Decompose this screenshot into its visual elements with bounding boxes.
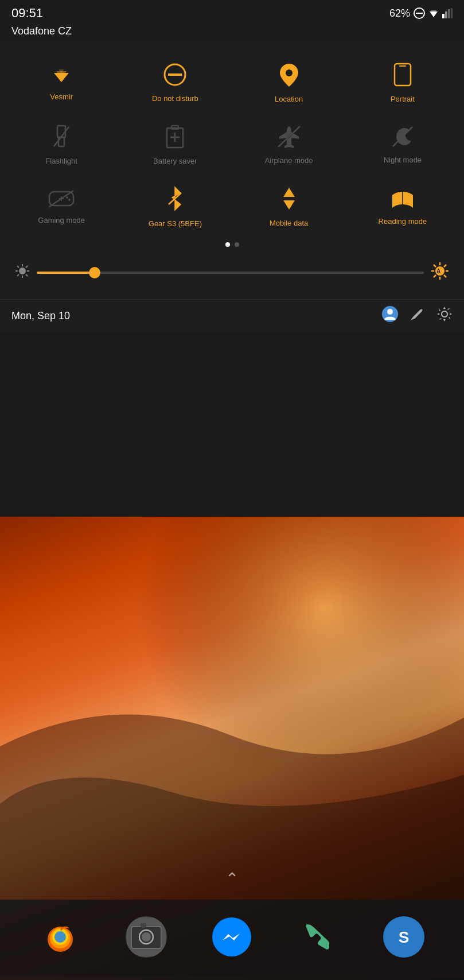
svg-line-28: [49, 191, 73, 207]
reading-mode-icon: [390, 188, 415, 212]
settings-icon[interactable]: [436, 306, 453, 326]
brightness-thumb: [89, 267, 100, 278]
bottom-bar: Mon, Sep 10: [0, 299, 464, 332]
dock-app-camera[interactable]: [126, 916, 167, 958]
svg-point-10: [286, 69, 293, 76]
brightness-row: A: [6, 257, 458, 293]
svg-point-64: [142, 932, 151, 942]
svg-line-49: [434, 275, 436, 277]
svg-point-54: [442, 311, 447, 317]
status-right: 62%: [389, 7, 453, 20]
flashlight-icon: [53, 125, 70, 152]
tile-portrait[interactable]: Portrait: [347, 53, 458, 111]
dock-app-firefox[interactable]: [40, 916, 81, 958]
svg-rect-5: [445, 11, 447, 18]
date-display: Mon, Sep 10: [11, 310, 70, 322]
pagination-dots: [6, 242, 458, 247]
tile-reading-mode[interactable]: Reading mode: [347, 177, 458, 235]
night-mode-icon: [392, 126, 414, 151]
battery-percentage: 62%: [389, 7, 410, 20]
svg-line-38: [26, 274, 28, 276]
carrier-name: Vodafone CZ: [11, 25, 72, 37]
tile-gear-s3[interactable]: Gear S3 (5BFE): [119, 177, 231, 235]
svg-point-60: [54, 931, 66, 943]
user-icon[interactable]: [381, 305, 399, 327]
tile-gear-s3-label: Gear S3 (5BFE): [149, 219, 202, 228]
svg-line-47: [444, 275, 446, 277]
svg-line-39: [26, 266, 28, 268]
svg-line-46: [434, 265, 436, 267]
tile-airplane-mode[interactable]: Airplane mode: [233, 115, 345, 173]
svg-point-26: [66, 196, 68, 199]
tile-gaming-mode[interactable]: Gaming mode: [6, 177, 117, 235]
status-time: 09:51: [11, 6, 43, 21]
location-icon: [279, 63, 299, 90]
tile-battery-saver[interactable]: Battery saver: [119, 115, 231, 173]
dnd-icon: [163, 63, 186, 90]
svg-text:S: S: [399, 928, 410, 946]
tile-vesmir[interactable]: Vesmir: [6, 53, 117, 111]
gaming-icon: [48, 189, 75, 211]
svg-rect-1: [416, 13, 423, 14]
edit-icon[interactable]: [410, 307, 425, 326]
home-indicator: ⌃: [0, 869, 464, 888]
quick-settings-panel: Vesmir Do not disturb Location: [0, 42, 464, 299]
brightness-fill: [37, 272, 95, 274]
tile-gaming-label: Gaming mode: [38, 216, 85, 225]
brightness-slider[interactable]: [37, 272, 424, 274]
tile-flashlight[interactable]: Flashlight: [6, 115, 117, 173]
tile-dnd-label: Do not disturb: [152, 94, 198, 103]
tile-mobile-data-label: Mobile data: [270, 219, 308, 228]
tile-mobile-data[interactable]: Mobile data: [233, 177, 345, 235]
svg-point-67: [298, 917, 337, 956]
battery-saver-icon: [166, 125, 184, 152]
tiles-row-1: Vesmir Do not disturb Location: [6, 53, 458, 111]
tiles-row-2: Flashlight Battery saver: [6, 115, 458, 173]
status-bar: 09:51 62%: [0, 0, 464, 24]
tile-location-label: Location: [275, 95, 303, 104]
app-dock: S: [0, 900, 464, 980]
brightness-low-icon: [15, 264, 30, 282]
svg-text:A: A: [436, 268, 440, 274]
tile-portrait-label: Portrait: [391, 95, 415, 104]
tile-location[interactable]: Location: [233, 53, 345, 111]
dock-app-phone[interactable]: [297, 916, 338, 958]
svg-rect-12: [399, 65, 406, 67]
tile-reading-mode-label: Reading mode: [379, 217, 427, 226]
svg-rect-7: [451, 8, 453, 18]
wifi-icon: [50, 65, 73, 88]
brightness-auto-icon: A: [431, 262, 449, 284]
svg-marker-31: [283, 200, 295, 210]
carrier-row: Vodafone CZ: [0, 24, 464, 42]
tile-battery-saver-label: Battery saver: [153, 157, 197, 166]
svg-marker-30: [283, 188, 295, 197]
dnd-status-icon: [414, 7, 425, 19]
dot-2: [235, 242, 239, 247]
chevron-up-icon[interactable]: ⌃: [225, 869, 239, 888]
svg-point-27: [68, 199, 71, 201]
svg-point-52: [387, 309, 393, 315]
svg-rect-4: [442, 14, 444, 18]
tile-night-mode[interactable]: Night mode: [347, 115, 458, 173]
bluetooth-icon: [166, 186, 184, 215]
signal-status-icon: [442, 8, 453, 18]
wifi-status-icon: [427, 8, 440, 18]
tiles-row-3: Gaming mode Gear S3 (5BFE) Mobile data: [6, 177, 458, 235]
tile-airplane-label: Airplane mode: [265, 156, 313, 165]
bottom-actions: [381, 305, 453, 327]
svg-line-48: [444, 265, 446, 267]
tile-flashlight-label: Flashlight: [45, 157, 77, 166]
dot-1: [225, 242, 230, 247]
svg-line-40: [17, 274, 19, 276]
dock-app-messenger[interactable]: [211, 916, 252, 958]
svg-rect-65: [141, 923, 146, 928]
airplane-icon: [277, 125, 301, 152]
dock-app-s[interactable]: S: [383, 916, 424, 958]
svg-rect-6: [448, 9, 450, 18]
tile-dnd[interactable]: Do not disturb: [119, 53, 231, 111]
svg-rect-11: [395, 64, 411, 86]
mobile-data-icon: [279, 187, 299, 214]
svg-point-32: [19, 268, 26, 274]
svg-rect-9: [168, 73, 182, 76]
portrait-icon: [393, 63, 412, 90]
